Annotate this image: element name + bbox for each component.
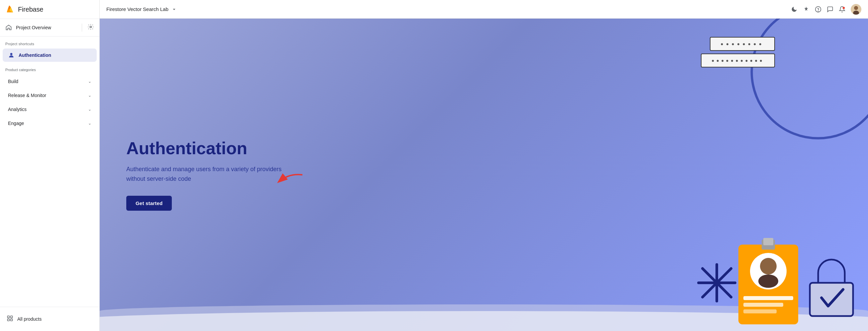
svg-point-13 xyxy=(752,19,868,138)
svg-rect-24 xyxy=(743,296,793,300)
hero-content: Authentication Authenticate and manage u… xyxy=(126,139,292,211)
project-overview-row[interactable]: Project Overview xyxy=(0,19,99,36)
analytics-label: Analytics xyxy=(8,107,27,112)
project-name: Firestore Vector Search Lab xyxy=(106,6,168,12)
settings-icon[interactable] xyxy=(87,24,94,32)
main-content: Firestore Vector Search Lab xyxy=(100,0,868,331)
svg-rect-20 xyxy=(763,238,773,245)
password-field-illustration: ●●●●●●●●●●● xyxy=(701,54,775,67)
dark-mode-icon[interactable] xyxy=(791,6,798,12)
svg-rect-4 xyxy=(8,319,10,321)
project-shortcuts-label: Project shortcuts xyxy=(0,36,99,48)
authentication-label: Authentication xyxy=(19,53,51,58)
notification-icon[interactable] xyxy=(839,6,845,12)
chevron-down-icon: ⌄ xyxy=(88,79,91,84)
chat-icon[interactable] xyxy=(827,6,833,12)
topbar: Firestore Vector Search Lab xyxy=(100,0,868,19)
arrow-indicator xyxy=(273,172,306,193)
chevron-down-icon: ⌄ xyxy=(88,121,91,126)
hero-description: Authenticate and manage users from a var… xyxy=(126,164,292,184)
svg-rect-25 xyxy=(743,303,783,307)
build-label: Build xyxy=(8,79,18,84)
home-icon xyxy=(5,24,12,31)
svg-point-8 xyxy=(843,7,845,9)
chevron-down-icon: ⌄ xyxy=(88,107,91,112)
release-monitor-label: Release & Monitor xyxy=(8,93,46,98)
product-categories-label: Product categories xyxy=(0,62,99,74)
svg-point-0 xyxy=(90,26,92,28)
grid-icon xyxy=(7,315,13,323)
vertical-divider xyxy=(82,24,82,32)
sidebar: Firebase Project Overview Project shortc… xyxy=(0,0,100,331)
sparkle-icon[interactable] xyxy=(803,6,809,12)
hero-illustration: ●●●●●●●● ●●●●●●●●●●● xyxy=(369,19,868,331)
project-dropdown-icon[interactable] xyxy=(171,6,177,12)
svg-rect-5 xyxy=(11,319,12,321)
svg-point-1 xyxy=(10,53,12,55)
svg-rect-26 xyxy=(743,309,777,313)
sidebar-footer: All products xyxy=(0,307,99,331)
svg-rect-3 xyxy=(11,316,12,318)
engage-label: Engage xyxy=(8,121,24,126)
sidebar-item-release-monitor[interactable]: Release & Monitor ⌄ xyxy=(3,89,97,102)
hero-area: Authentication Authenticate and manage u… xyxy=(100,19,868,331)
sidebar-item-build[interactable]: Build ⌄ xyxy=(3,75,97,88)
svg-point-23 xyxy=(758,274,778,288)
help-icon[interactable] xyxy=(815,6,822,12)
id-card-illustration xyxy=(735,235,802,328)
person-icon xyxy=(8,52,14,59)
asterisk-illustration xyxy=(695,261,738,304)
firebase-logo-icon xyxy=(5,5,14,14)
all-products-item[interactable]: All products xyxy=(5,312,94,326)
hero-title: Authentication xyxy=(126,139,292,158)
avatar[interactable] xyxy=(851,4,861,14)
svg-rect-2 xyxy=(8,316,10,318)
chevron-down-icon: ⌄ xyxy=(88,93,91,98)
app-name: Firebase xyxy=(18,6,43,13)
sidebar-header: Firebase xyxy=(0,0,99,19)
username-field-illustration: ●●●●●●●● xyxy=(710,37,775,51)
topbar-left: Firestore Vector Search Lab xyxy=(106,6,177,12)
svg-point-7 xyxy=(818,11,818,11)
sidebar-item-analytics[interactable]: Analytics ⌄ xyxy=(3,103,97,116)
svg-point-10 xyxy=(854,6,858,10)
sidebar-item-engage[interactable]: Engage ⌄ xyxy=(3,117,97,130)
topbar-right xyxy=(791,4,861,14)
lock-illustration xyxy=(805,258,858,318)
svg-point-22 xyxy=(760,258,777,274)
sidebar-item-authentication[interactable]: Authentication xyxy=(3,49,97,62)
project-overview-label: Project Overview xyxy=(16,25,76,30)
all-products-label: All products xyxy=(17,317,41,322)
svg-rect-27 xyxy=(810,283,853,316)
get-started-button[interactable]: Get started xyxy=(126,196,172,211)
